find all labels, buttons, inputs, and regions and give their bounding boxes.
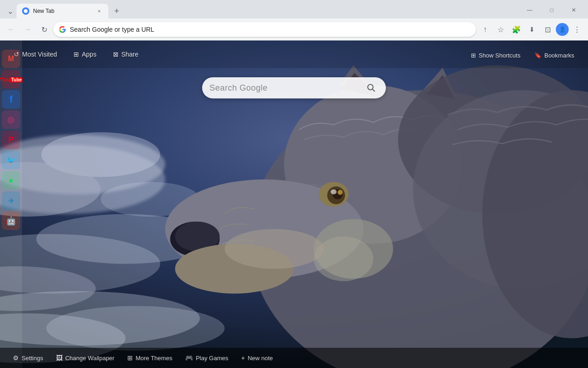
tab-title: New Tab: [33, 8, 92, 14]
apps-icon: ⊞: [74, 51, 79, 58]
new-tab-button[interactable]: +: [110, 5, 123, 17]
search-box[interactable]: Search Google: [202, 77, 386, 98]
settings-icon: ⚙: [13, 354, 19, 362]
forward-icon: →: [24, 25, 31, 34]
close-button[interactable]: ✕: [563, 4, 584, 17]
more-themes-label: More Themes: [136, 355, 172, 362]
tab-list-button[interactable]: ⌄: [4, 5, 17, 17]
toolbar-right-icons: ↑ ☆ 🧩 ⬇ ⊡ 👤 ⋮: [478, 22, 584, 37]
themes-icon: ⊞: [127, 354, 133, 362]
google-logo: [59, 26, 66, 33]
play-games-button[interactable]: 🎮 Play Games: [180, 351, 234, 364]
window-controls: — □ ✕: [519, 4, 584, 17]
bookmarks-button[interactable]: 🔖 Bookmarks: [530, 50, 579, 61]
change-wallpaper-button[interactable]: 🖼 Change Wallpaper: [51, 351, 120, 364]
share-link[interactable]: ⊠ Share: [108, 48, 143, 61]
games-icon: 🎮: [185, 354, 193, 362]
refresh-button[interactable]: ↻: [37, 22, 51, 37]
youtube-icon: YouTube: [0, 76, 23, 83]
svg-point-22: [331, 190, 337, 195]
sidebar-twitter[interactable]: 🐦: [2, 151, 20, 169]
search-placeholder: Search Google: [209, 83, 359, 93]
new-note-icon: +: [241, 354, 245, 362]
most-visited-label: Most Visited: [22, 51, 57, 58]
address-text: Search Google or type a URL: [70, 26, 470, 33]
show-shortcuts-label: Show Shortcuts: [479, 52, 520, 59]
gmail-icon: M: [8, 55, 14, 63]
svg-point-28: [314, 236, 373, 281]
close-icon: ✕: [571, 7, 576, 13]
sidebar-pinterest[interactable]: P: [2, 131, 20, 149]
show-shortcuts-button[interactable]: ⊞ Show Shortcuts: [466, 50, 525, 61]
reddit-icon: 🤖: [6, 216, 16, 226]
share-page-button[interactable]: ↑: [478, 22, 492, 37]
minimize-icon: —: [527, 7, 532, 13]
maximize-icon: □: [550, 7, 553, 13]
minimize-button[interactable]: —: [519, 4, 540, 17]
tab-close-button[interactable]: ×: [96, 7, 103, 15]
apps-link[interactable]: ⊞ Apps: [69, 48, 101, 61]
newtab-content: ↺ Most Visited ⊞ Apps ⊠ Share Search Goo…: [0, 40, 588, 368]
apps-label: Apps: [82, 51, 96, 58]
profile-button[interactable]: 👤: [556, 23, 569, 36]
plus-icon: +: [114, 6, 119, 16]
bookmarks-label: Bookmarks: [544, 52, 574, 59]
sidebar-icons: M YouTube f ◎ P 🐦 ● ✈ �: [0, 40, 22, 368]
settings-label: Settings: [22, 355, 43, 362]
bookmark-icon: ☆: [498, 25, 504, 34]
profile-icon: 👤: [559, 26, 566, 33]
search-icon: [367, 83, 376, 92]
play-games-label: Play Games: [196, 355, 228, 362]
split-view-button[interactable]: ⊡: [540, 22, 555, 37]
share-icon: ↑: [483, 25, 487, 34]
active-tab[interactable]: New Tab ×: [17, 4, 108, 18]
back-icon: ←: [7, 25, 15, 34]
twitter-icon: 🐦: [6, 156, 16, 165]
svg-point-32: [225, 229, 324, 269]
back-button[interactable]: ←: [4, 22, 18, 37]
browser-toolbar: ← → ↻ Search Google or type a URL ↑ ☆: [0, 18, 588, 40]
settings-button[interactable]: ⚙ Settings: [7, 351, 49, 364]
instagram-icon: ◎: [7, 115, 15, 125]
forward-button[interactable]: →: [20, 22, 35, 37]
share-label: Share: [121, 51, 138, 58]
split-view-icon: ⊡: [545, 25, 551, 34]
more-menu-icon: ⋮: [573, 25, 581, 34]
bookmarks-icon: 🔖: [534, 52, 542, 59]
more-themes-button[interactable]: ⊞ More Themes: [122, 351, 178, 364]
bookmark-button[interactable]: ☆: [493, 22, 508, 37]
svg-point-11: [46, 306, 225, 351]
sidebar-facebook[interactable]: f: [2, 90, 20, 109]
title-bar: ⌄ New Tab × + — □ ✕: [0, 0, 588, 18]
whatsapp-icon: ●: [9, 176, 14, 185]
sidebar-whatsapp[interactable]: ●: [2, 171, 20, 190]
svg-point-21: [338, 190, 343, 195]
change-wallpaper-label: Change Wallpaper: [65, 355, 114, 362]
sidebar-youtube[interactable]: YouTube: [2, 70, 20, 88]
bottom-bar: ⚙ Settings 🖼 Change Wallpaper ⊞ More The…: [0, 348, 588, 368]
downloads-button[interactable]: ⬇: [525, 22, 539, 37]
maximize-button[interactable]: □: [541, 4, 562, 17]
sidebar-gmail[interactable]: M: [2, 50, 20, 68]
sidebar-instagram[interactable]: ◎: [2, 110, 20, 129]
tab-favicon: [22, 7, 29, 15]
new-note-label: New note: [248, 355, 273, 362]
chevron-down-icon: ⌄: [7, 7, 13, 16]
shortcuts-area: ⊞ Show Shortcuts 🔖 Bookmarks: [466, 50, 579, 61]
show-shortcuts-icon: ⊞: [471, 52, 476, 59]
more-menu-button[interactable]: ⋮: [570, 22, 584, 37]
browser-window: ⌄ New Tab × + — □ ✕ ← →: [0, 0, 588, 368]
sidebar-reddit[interactable]: 🤖: [2, 212, 20, 230]
pinterest-icon: P: [8, 135, 14, 145]
refresh-icon: ↻: [41, 25, 47, 34]
extensions-button[interactable]: 🧩: [509, 22, 524, 37]
new-note-button[interactable]: + New note: [236, 351, 278, 364]
share-icon: ⊠: [113, 51, 119, 58]
search-area: Search Google: [202, 77, 386, 98]
extensions-icon: 🧩: [512, 25, 521, 34]
address-bar[interactable]: Search Google or type a URL: [53, 22, 476, 37]
downloads-icon: ⬇: [529, 26, 535, 33]
sidebar-telegram[interactable]: ✈: [2, 191, 20, 210]
search-button[interactable]: [364, 80, 379, 95]
telegram-icon: ✈: [8, 196, 14, 205]
